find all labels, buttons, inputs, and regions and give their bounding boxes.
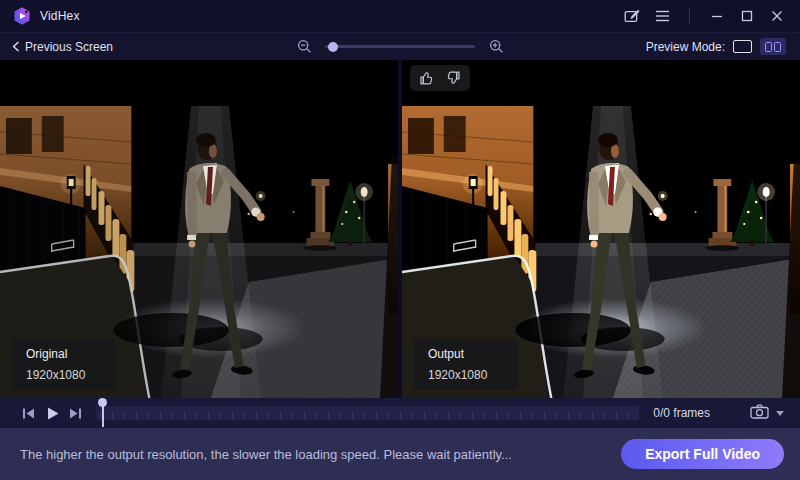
thumbs-down-icon[interactable] [445, 70, 461, 86]
titlebar-actions [621, 5, 788, 27]
titlebar: VidHex [0, 0, 800, 32]
timeline-track[interactable] [96, 406, 639, 420]
export-full-video-button[interactable]: Export Full Video [621, 439, 784, 469]
status-message: The higher the output resolution, the sl… [20, 447, 512, 462]
zoom-controls [293, 36, 507, 58]
preview-mode-controls: Preview Mode: [646, 38, 786, 55]
split-left-pane [765, 42, 772, 52]
zoom-slider-thumb[interactable] [328, 42, 338, 52]
split-view-icon[interactable] [760, 38, 786, 55]
thumbs-up-icon[interactable] [419, 70, 435, 86]
playback-bar: 0/0 frames [0, 398, 800, 428]
previous-screen-button[interactable]: Previous Screen [12, 40, 113, 54]
close-icon[interactable] [766, 5, 788, 27]
playhead-handle[interactable] [98, 398, 108, 428]
panel-original: Original 1920x1080 [0, 60, 398, 398]
comparison-stage: Original 1920x1080 [0, 60, 800, 398]
status-bar: The higher the output resolution, the sl… [0, 428, 800, 480]
frames-counter: 0/0 frames [653, 406, 710, 420]
zoom-in-icon[interactable] [485, 36, 507, 58]
toolbar: Previous Screen Preview Mode: [0, 32, 800, 60]
play-icon[interactable] [40, 402, 64, 424]
maximize-icon[interactable] [736, 5, 758, 27]
panel-output: Output 1920x1080 [402, 60, 800, 398]
app-title: VidHex [40, 9, 80, 23]
menu-icon[interactable] [651, 5, 673, 27]
minimize-icon[interactable] [706, 5, 728, 27]
output-resolution: 1920x1080 [428, 368, 504, 382]
previous-frame-icon[interactable] [16, 402, 40, 424]
original-resolution: 1920x1080 [26, 368, 102, 382]
dropdown-caret-icon[interactable] [776, 411, 784, 416]
titlebar-divider [689, 9, 690, 23]
screenshot-control [750, 404, 784, 423]
single-view-icon[interactable] [733, 40, 752, 53]
feedback-pill [410, 65, 470, 91]
zoom-out-icon[interactable] [293, 36, 315, 58]
output-label: Output [428, 347, 504, 361]
previous-screen-label: Previous Screen [25, 40, 113, 54]
zoom-slider[interactable] [325, 45, 475, 48]
back-chevron-icon [12, 41, 20, 52]
feedback-edit-icon[interactable] [621, 5, 643, 27]
original-label: Original [26, 347, 102, 361]
next-frame-icon[interactable] [64, 402, 88, 424]
screenshot-camera-icon[interactable] [750, 404, 769, 423]
split-right-pane [774, 42, 781, 52]
app-logo-icon [12, 6, 32, 26]
preview-mode-label: Preview Mode: [646, 40, 725, 54]
output-info-box: Output 1920x1080 [414, 339, 518, 390]
original-info-box: Original 1920x1080 [12, 339, 116, 390]
app-window: VidHex [0, 0, 800, 480]
playhead-stem [102, 405, 104, 427]
